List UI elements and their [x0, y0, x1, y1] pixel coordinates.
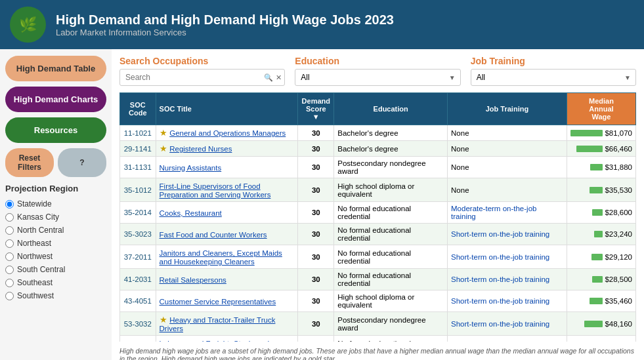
resources-button[interactable]: Resources	[5, 117, 106, 143]
region-radio-label[interactable]: Southwest	[5, 289, 106, 302]
region-radio[interactable]	[5, 200, 14, 209]
cell-wage: $35,460	[567, 290, 635, 312]
sidebar: High Demand Table High Demand Charts Res…	[0, 49, 112, 360]
cell-soc-title: Retail Salespersons	[156, 269, 298, 290]
cell-soc-title: ★ Registered Nurses	[156, 141, 298, 157]
clear-icon[interactable]: ✕	[276, 73, 282, 82]
cell-wage: $28,500	[567, 269, 635, 290]
high-demand-charts-button[interactable]: High Demand Charts	[5, 87, 106, 112]
education-select[interactable]: All	[295, 69, 460, 86]
region-radio-label[interactable]: South Central	[5, 263, 106, 276]
cell-job-training: Short-term on-the-job training	[448, 312, 567, 336]
cell-soc-code: 37-2011	[120, 245, 156, 269]
cell-job-training: Short-term on-the-job training	[448, 336, 567, 342]
table-container[interactable]: SOCCode SOC Title DemandScore ▼ Educatio…	[119, 92, 636, 342]
high-demand-table-button[interactable]: High Demand Table	[5, 56, 106, 81]
table-row: 11-1021★ General and Operations Managers…	[120, 125, 636, 141]
wage-value: $23,240	[605, 230, 632, 238]
wage-bar	[592, 276, 603, 283]
job-training-label: Job Training	[471, 56, 636, 66]
cell-wage: $28,600	[567, 202, 635, 224]
cell-soc-title: First-Line Supervisors of Food Preparati…	[156, 178, 298, 202]
cell-education: Bachelor's degree	[334, 141, 448, 157]
table-row: 29-1141★ Registered Nurses30Bachelor's d…	[120, 141, 636, 157]
table-row: 43-4051Customer Service Representatives3…	[120, 290, 636, 312]
region-radio-label[interactable]: North Central	[5, 224, 106, 237]
page-title: High Demand and High Demand High Wage Jo…	[56, 12, 394, 28]
job-training-filter-group: Job Training All ▼	[471, 56, 636, 86]
soc-title-link[interactable]: Retail Salespersons	[160, 276, 226, 284]
soc-title-link[interactable]: Registered Nurses	[169, 145, 232, 153]
main-content: Search Occupations 🔍 ✕ Education All ▼	[112, 49, 644, 360]
cell-job-training: None	[448, 178, 567, 202]
help-button[interactable]: ?	[58, 148, 106, 177]
cell-soc-code: 11-1021	[120, 125, 156, 141]
cell-wage: $23,240	[567, 224, 635, 245]
wage-bar	[584, 321, 603, 327]
projection-region-label: Projection Region	[5, 184, 106, 193]
soc-title-link[interactable]: Nursing Assistants	[160, 164, 222, 172]
region-radio[interactable]	[5, 252, 14, 261]
wage-value: $35,460	[605, 297, 632, 305]
region-radio[interactable]	[5, 266, 14, 274]
soc-title-link[interactable]: Fast Food and Counter Workers	[160, 231, 267, 239]
cell-education: High school diploma or equivalent	[334, 178, 448, 202]
page-header: 🌿 High Demand and High Demand High Wage …	[0, 0, 644, 49]
star-icon: ★	[160, 315, 170, 325]
cell-education: Postsecondary nondegree award	[334, 312, 448, 336]
region-radio[interactable]	[5, 279, 14, 287]
cell-demand-score: 30	[298, 125, 334, 141]
filters-row: Search Occupations 🔍 ✕ Education All ▼	[119, 56, 636, 86]
cell-education: No formal educational credential	[334, 202, 448, 224]
search-icons: 🔍 ✕	[264, 73, 282, 82]
wage-value: $35,530	[605, 186, 632, 194]
job-training-select-wrap: All ▼	[471, 69, 636, 86]
region-radio[interactable]	[5, 292, 14, 300]
search-filter-group: Search Occupations 🔍 ✕	[119, 56, 285, 86]
cell-wage: $81,070	[567, 125, 635, 141]
soc-title-link[interactable]: Laborers and Freight, Stock, and Materia…	[160, 340, 270, 342]
search-label: Search Occupations	[119, 56, 285, 66]
soc-title-link[interactable]: Janitors and Cleaners, Except Maids and …	[160, 249, 282, 266]
wage-value: $66,460	[605, 145, 632, 153]
region-radio[interactable]	[5, 226, 14, 235]
soc-title-link[interactable]: Heavy and Tractor-Trailer Truck Drivers	[160, 316, 276, 332]
cell-wage: $66,460	[567, 141, 635, 157]
cell-soc-code: 29-1141	[120, 141, 156, 157]
cell-education: Postsecondary nondegree award	[334, 157, 448, 178]
soc-title-link[interactable]: First-Line Supervisors of Food Preparati…	[160, 182, 271, 199]
table-row: 31-1131Nursing Assistants30Postsecondary…	[120, 157, 636, 178]
cell-soc-code: 35-3023	[120, 224, 156, 245]
wage-value: $29,120	[605, 253, 632, 261]
job-training-select[interactable]: All	[471, 69, 636, 86]
cell-education: Bachelor's degree	[334, 125, 448, 141]
soc-title-link[interactable]: General and Operations Managers	[169, 129, 286, 137]
cell-soc-title: Customer Service Representatives	[156, 290, 298, 312]
wage-value: $48,160	[605, 320, 632, 328]
region-radio-label[interactable]: Northwest	[5, 250, 106, 263]
education-select-wrap: All ▼	[295, 69, 460, 86]
cell-job-training: Short-term on-the-job training	[448, 290, 567, 312]
cell-education: High school diploma or equivalent	[334, 290, 448, 312]
cell-soc-title: ★ General and Operations Managers	[156, 125, 298, 141]
footer-note: High demand high wage jobs are a subset …	[119, 347, 636, 360]
region-radio-label[interactable]: Statewide	[5, 197, 106, 210]
region-radio[interactable]	[5, 239, 14, 248]
reset-filters-button[interactable]: Reset Filters	[5, 148, 54, 177]
soc-title-link[interactable]: Customer Service Representatives	[160, 298, 276, 306]
region-radio-label[interactable]: Northeast	[5, 237, 106, 250]
region-radio[interactable]	[5, 213, 14, 222]
soc-title-link[interactable]: Cooks, Restaurant	[160, 209, 222, 217]
cell-job-training: Moderate-term on-the-job training	[448, 202, 567, 224]
education-filter-group: Education All ▼	[295, 56, 460, 86]
search-input[interactable]	[119, 69, 285, 86]
cell-soc-code: 43-4051	[120, 290, 156, 312]
region-radio-label[interactable]: Kansas City	[5, 210, 106, 224]
region-radio-label[interactable]: Southeast	[5, 276, 106, 289]
cell-education: No formal educational credential	[334, 224, 448, 245]
region-radio-group: StatewideKansas CityNorth CentralNorthea…	[5, 197, 106, 302]
cell-soc-code: 53-3032	[120, 312, 156, 336]
table-row: 35-2014Cooks, Restaurant30No formal educ…	[120, 202, 636, 224]
cell-soc-title: Fast Food and Counter Workers	[156, 224, 298, 245]
cell-soc-title: Janitors and Cleaners, Except Maids and …	[156, 245, 298, 269]
